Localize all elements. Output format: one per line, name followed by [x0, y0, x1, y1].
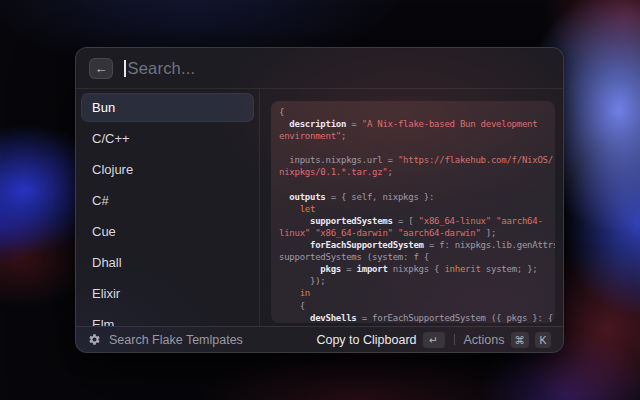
code-line: pkgs = import nixpkgs { inherit system; …: [279, 263, 555, 275]
code-line: description = "A Nix-flake-based Bun dev…: [279, 118, 555, 130]
sidebar-item-dhall[interactable]: Dhall: [81, 248, 254, 277]
search-bar: ← Search...: [76, 48, 563, 89]
actions-menu-button[interactable]: Actions ⌘ K: [464, 332, 552, 348]
code-line: nixpkgs/0.1.*.tar.gz";: [279, 166, 555, 178]
code-line: devShells = forEachSupportedSystem ({ pk…: [279, 312, 555, 323]
footer-app-info: Search Flake Temlpates: [88, 333, 243, 347]
code-line: environment";: [279, 130, 555, 142]
sidebar-item-label: Dhall: [92, 255, 122, 270]
code-line: supportedSystems = [ "x86_64-linux" "aar…: [279, 215, 555, 227]
search-input[interactable]: Search...: [124, 59, 550, 78]
k-key-icon: K: [535, 332, 551, 348]
preview-pane: { description = "A Nix-flake-based Bun d…: [260, 89, 563, 326]
sidebar-list: BunC/C++ClojureC#CueDhallElixirElm: [76, 89, 260, 326]
code-line: inputs.nixpkgs.url = "https://flakehub.c…: [279, 154, 555, 166]
arrow-left-icon: ←: [95, 61, 108, 76]
sidebar-item-bun[interactable]: Bun: [81, 93, 254, 122]
sidebar-item-label: Clojure: [92, 162, 133, 177]
search-placeholder: Search...: [128, 59, 196, 78]
sidebar-item-c-c-[interactable]: C/C++: [81, 124, 254, 153]
sidebar-item-label: Elm: [92, 317, 114, 326]
main-area: BunC/C++ClojureC#CueDhallElixirElm { des…: [76, 89, 563, 326]
code-preview-panel[interactable]: { description = "A Nix-flake-based Bun d…: [271, 101, 555, 323]
sidebar-item-label: C#: [92, 193, 109, 208]
code-line: let: [279, 203, 555, 215]
primary-action-label: Copy to Clipboard: [316, 333, 416, 347]
sidebar-item-c-[interactable]: C#: [81, 186, 254, 215]
text-caret: [124, 60, 126, 77]
code-line: in: [279, 287, 555, 299]
code-line: {: [279, 300, 555, 312]
code-line: forEachSupportedSystem = f: nixpkgs.lib.…: [279, 239, 555, 251]
actions-label: Actions: [464, 333, 505, 347]
footer-bar: Search Flake Temlpates Copy to Clipboard…: [76, 326, 563, 352]
footer-actions: Copy to Clipboard ↵ Actions ⌘ K: [316, 332, 551, 348]
gear-icon: [88, 333, 101, 346]
copy-to-clipboard-button[interactable]: Copy to Clipboard ↵: [316, 332, 444, 348]
back-button[interactable]: ←: [89, 58, 113, 79]
code-line: [279, 142, 555, 154]
code-line: linux" "x86_64-darwin" "aarch64-darwin" …: [279, 227, 555, 239]
code-content: { description = "A Nix-flake-based Bun d…: [279, 106, 555, 323]
code-line: [279, 179, 555, 191]
sidebar-item-clojure[interactable]: Clojure: [81, 155, 254, 184]
sidebar-item-label: Cue: [92, 224, 116, 239]
code-line: });: [279, 275, 555, 287]
code-line: {: [279, 106, 555, 118]
return-key-icon: ↵: [423, 332, 445, 348]
extension-name: Search Flake Temlpates: [109, 333, 243, 347]
launcher-window: ← Search... BunC/C++ClojureC#CueDhallEli…: [75, 47, 564, 353]
code-line: outputs = { self, nixpkgs }:: [279, 191, 555, 203]
footer-separator: [454, 334, 455, 345]
sidebar-item-label: Elixir: [92, 286, 120, 301]
code-line: supportedSystems (system: f {: [279, 251, 555, 263]
sidebar-item-elm[interactable]: Elm: [81, 310, 254, 326]
sidebar-item-label: Bun: [92, 100, 115, 115]
sidebar-item-elixir[interactable]: Elixir: [81, 279, 254, 308]
sidebar-item-cue[interactable]: Cue: [81, 217, 254, 246]
cmd-key-icon: ⌘: [511, 332, 530, 348]
sidebar-item-label: C/C++: [92, 131, 130, 146]
